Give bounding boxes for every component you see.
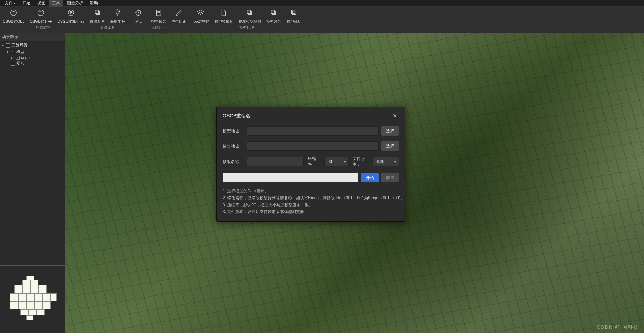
cancel-button[interactable]: 取消 bbox=[381, 173, 399, 182]
watermark: CSDN @ 国科技 bbox=[597, 324, 639, 330]
model-light-button[interactable]: 模型轻量化 bbox=[212, 7, 236, 24]
osgb-to-obj-label: OSGB转OBJ bbox=[3, 19, 24, 24]
tree-checkbox[interactable] bbox=[6, 43, 10, 48]
model-path-row: 模型地址： 选择 bbox=[223, 126, 399, 136]
ribbon-group-label: 格式转换 bbox=[0, 24, 87, 31]
menu-开始[interactable]: 开始 bbox=[19, 0, 34, 7]
compress-select[interactable]: 90 bbox=[324, 157, 349, 166]
tree-checkbox[interactable] bbox=[16, 56, 20, 60]
model-path-input[interactable] bbox=[247, 126, 379, 136]
model-crop-label: 模型裁切 bbox=[287, 19, 301, 24]
prick-button[interactable]: 刺点 bbox=[128, 7, 149, 24]
image-tile-label: 影像切片 bbox=[90, 19, 105, 24]
pen-icon bbox=[175, 9, 183, 17]
model-rename-label: 模型改名 bbox=[266, 19, 281, 24]
image-tile-button[interactable]: 影像切片 bbox=[87, 7, 108, 24]
dialog-title: OSGB重命名 bbox=[223, 113, 250, 119]
menu-文件[interactable]: 文件 bbox=[1, 0, 19, 7]
layers-icon bbox=[196, 9, 205, 17]
version-value: 最新 bbox=[376, 159, 384, 165]
progress-bar bbox=[223, 173, 358, 182]
osgb-rename-dialog: OSGB重命名 ✕ 模型地址： 选择 输出地址： 选择 修改名称： 压缩率 bbox=[216, 107, 405, 222]
top-rebuild-button[interactable]: Top层构建 bbox=[189, 7, 212, 24]
help-line: 3. 文件版本，设置后支持较老版本模型浏览器。 bbox=[223, 208, 399, 215]
tree-checkbox[interactable] bbox=[11, 50, 15, 54]
model-light-label: 模型轻量化 bbox=[215, 19, 233, 24]
tree-node-模型[interactable]: ▾模型 bbox=[1, 49, 64, 55]
menu-工具[interactable]: 工具 bbox=[49, 0, 63, 7]
report-icon bbox=[155, 9, 163, 17]
svg-rect-10 bbox=[247, 10, 250, 14]
copy-icon bbox=[290, 9, 298, 17]
start-button[interactable]: 开始 bbox=[361, 173, 379, 182]
tree-toggle-icon[interactable]: ▾ bbox=[1, 43, 5, 47]
workspace: 场景数据 ▾三维场景▾模型▸osgb图形 bbox=[0, 33, 644, 333]
svg-point-0 bbox=[11, 10, 17, 16]
osgb-to-tiff-button[interactable]: OSGB转TIFF bbox=[27, 7, 55, 24]
ribbon-group-三维纠正: 刺点报告预览单个纠正三维纠正 bbox=[128, 7, 189, 33]
help-line: 3. 压缩率，默认90，模型大小与原模型基本一致。 bbox=[223, 202, 399, 208]
top-rebuild-label: Top层构建 bbox=[192, 19, 209, 24]
model-crop-button[interactable]: 模型裁切 bbox=[284, 7, 304, 24]
menubar: 文件开始视图工具测量分析帮助 bbox=[0, 0, 644, 7]
tree-node-三维场景[interactable]: ▾三维场景 bbox=[1, 42, 64, 49]
tree-toggle-icon[interactable]: ▸ bbox=[10, 56, 14, 60]
version-select[interactable]: 最新 bbox=[373, 157, 399, 166]
report-preview-label: 报告预览 bbox=[151, 19, 166, 24]
ribbon-group-label: 三维纠正 bbox=[128, 24, 189, 31]
3d-viewport[interactable]: CSDN @ 国科技 OSGB重命名 ✕ 模型地址： 选择 输出地址： 选择 bbox=[65, 33, 644, 333]
osgb-to-obj-button[interactable]: OSGB转OBJ bbox=[0, 7, 27, 24]
pin-icon bbox=[114, 9, 122, 17]
help-line: 2. 修改名称，仅修改模型行列号前名称，如填写Kingo，则修改Tile_+00… bbox=[223, 194, 399, 201]
svg-rect-11 bbox=[272, 11, 275, 14]
model-rename-button[interactable]: 模型改名 bbox=[264, 7, 284, 24]
rename-label: 修改名称： bbox=[223, 159, 244, 165]
svg-rect-3 bbox=[96, 11, 99, 14]
menu-帮助[interactable]: 帮助 bbox=[86, 0, 101, 7]
svg-rect-14 bbox=[291, 10, 295, 14]
extract-outline-button[interactable]: 提取模型轮廓 bbox=[236, 7, 264, 24]
file-icon bbox=[220, 9, 228, 17]
svg-rect-12 bbox=[271, 10, 274, 14]
svg-point-5 bbox=[117, 11, 118, 12]
output-path-label: 输出地址： bbox=[223, 143, 244, 149]
minimap[interactable] bbox=[0, 266, 65, 333]
osgb-to-3dtiles-button[interactable]: OSGB转3DTiles bbox=[55, 7, 87, 24]
output-path-input[interactable] bbox=[247, 141, 379, 151]
dialog-body: 模型地址： 选择 输出地址： 选择 修改名称： 压缩率： 90 文件版本： 最新 bbox=[217, 123, 405, 221]
single-correct-label: 单个纠正 bbox=[171, 19, 186, 24]
menu-视图[interactable]: 视图 bbox=[34, 0, 49, 7]
copy-icon bbox=[270, 9, 278, 17]
ribbon-group-影像工具: 影像切片获取坐标影像工具 bbox=[87, 7, 128, 33]
tree-toggle-icon[interactable]: ▾ bbox=[5, 50, 9, 54]
tree-node-图形[interactable]: 图形 bbox=[1, 60, 64, 67]
single-correct-button[interactable]: 单个纠正 bbox=[169, 7, 189, 24]
version-label: 文件版本： bbox=[353, 156, 370, 168]
copy-icon bbox=[93, 9, 102, 17]
tree-checkbox[interactable] bbox=[11, 62, 15, 66]
dialog-header: OSGB重命名 ✕ bbox=[217, 107, 405, 123]
tree-label: 图形 bbox=[16, 61, 24, 66]
ribbon-toolbar: OSGB转OBJOSGB转TIFFOSGB转3DTiles格式转换影像切片获取坐… bbox=[0, 7, 644, 33]
close-icon[interactable]: ✕ bbox=[391, 112, 399, 120]
rename-input[interactable] bbox=[247, 157, 304, 166]
progress-row: 开始 取消 bbox=[223, 173, 399, 182]
sidebar: 场景数据 ▾三维场景▾模型▸osgb图形 bbox=[0, 33, 65, 333]
svg-point-7 bbox=[138, 12, 139, 13]
output-path-row: 输出地址： 选择 bbox=[223, 141, 399, 151]
output-path-pick-button[interactable]: 选择 bbox=[381, 141, 399, 151]
osgb-to-tiff-label: OSGB转TIFF bbox=[30, 19, 52, 24]
target-icon bbox=[134, 9, 142, 17]
report-preview-button[interactable]: 报告预览 bbox=[149, 7, 169, 24]
extract-outline-label: 提取模型轮廓 bbox=[239, 19, 261, 24]
svg-rect-4 bbox=[95, 10, 99, 14]
scene-tree: ▾三维场景▾模型▸osgb图形 bbox=[0, 41, 65, 68]
ribbon-group-label: 影像工具 bbox=[87, 24, 128, 31]
svg-rect-9 bbox=[248, 11, 251, 14]
help-text: 1. 选择模型的Data目录。2. 修改名称，仅修改模型行列号前名称，如填写Ki… bbox=[223, 188, 399, 215]
tree-node-osgb[interactable]: ▸osgb bbox=[1, 55, 64, 60]
tree-label: 模型 bbox=[16, 49, 24, 55]
model-path-pick-button[interactable]: 选择 bbox=[381, 126, 399, 136]
get-coord-button[interactable]: 获取坐标 bbox=[108, 7, 128, 24]
menu-测量分析[interactable]: 测量分析 bbox=[63, 0, 86, 7]
